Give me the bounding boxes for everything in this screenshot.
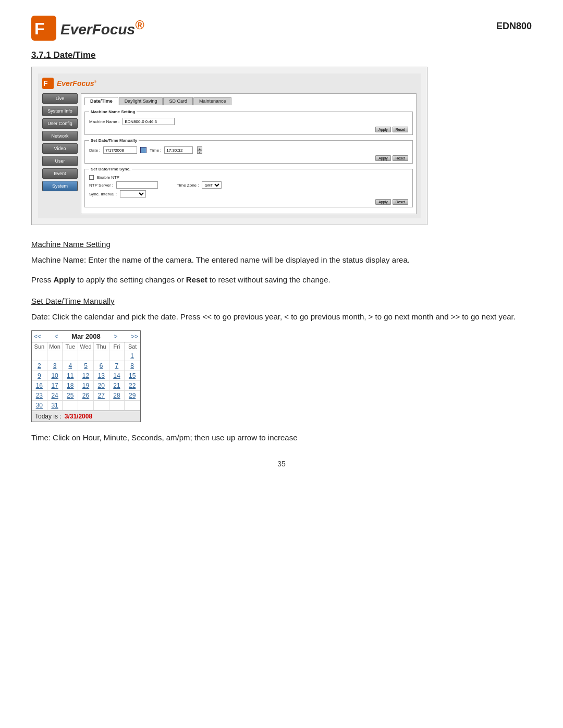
cal-prev-month-button[interactable]: <	[55, 333, 58, 340]
date-label: Date :	[89, 148, 100, 153]
ntp-reset-button[interactable]: Reset	[393, 199, 408, 205]
sidebar-item-live[interactable]: Live	[42, 93, 78, 104]
cal-day-6[interactable]: 6	[94, 361, 109, 371]
machine-name-input[interactable]	[123, 118, 175, 125]
cal-day-28[interactable]: 28	[109, 391, 125, 401]
time-zone-select[interactable]: GMT	[202, 181, 222, 189]
cal-day-empty	[63, 351, 78, 361]
page-header: F EverFocus® EDN800	[31, 16, 532, 41]
sidebar-item-user-config[interactable]: User Config	[42, 118, 78, 129]
machine-name-reset-button[interactable]: Reset	[393, 127, 408, 132]
machine-name-section-title: Machine Name Setting	[31, 240, 532, 249]
cal-day-21[interactable]: 21	[109, 381, 125, 391]
cal-prev-year-button[interactable]: <<	[34, 333, 41, 340]
cal-day-11[interactable]: 11	[63, 371, 78, 381]
cal-day-14[interactable]: 14	[109, 371, 125, 381]
cal-day-2[interactable]: 2	[32, 361, 47, 371]
ui-tabs: Date/Time Daylight Saving SD Card Mainte…	[84, 97, 413, 105]
cal-day-23[interactable]: 23	[32, 391, 47, 401]
cal-day-10[interactable]: 10	[47, 371, 63, 381]
ntp-apply-button[interactable]: Apply	[375, 199, 391, 205]
ui-logo-icon: F	[42, 78, 54, 89]
tab-maintenance[interactable]: Maintenance	[193, 97, 232, 105]
set-datetime-section-title: Set Date/Time Manually	[31, 297, 532, 305]
cal-next-month-button[interactable]: >	[114, 333, 117, 340]
ntp-btn-row: Apply Reset	[89, 199, 408, 205]
cal-day-12[interactable]: 12	[78, 371, 94, 381]
sync-interval-select[interactable]	[120, 190, 146, 198]
sync-interval-label: Sync. Interval :	[89, 192, 117, 196]
wday-wed: Wed	[78, 342, 94, 351]
ui-layout: Live System Info User Config Network Vid…	[42, 93, 417, 214]
cal-day-empty	[47, 351, 63, 361]
cal-day-empty	[109, 401, 125, 411]
cal-day-15[interactable]: 15	[125, 371, 140, 381]
cal-day-9[interactable]: 9	[32, 371, 47, 381]
cal-day-30[interactable]: 30	[32, 401, 47, 411]
sidebar-item-event[interactable]: Event	[42, 168, 78, 179]
ntp-enable-checkbox[interactable]	[89, 175, 94, 180]
cal-day-26[interactable]: 26	[78, 391, 94, 401]
cal-day-empty	[125, 401, 140, 411]
tab-sd-card[interactable]: SD Card	[163, 97, 193, 105]
cal-next-year-button[interactable]: >>	[131, 333, 138, 340]
sidebar-item-user[interactable]: User	[42, 156, 78, 166]
wday-thu: Thu	[94, 342, 109, 351]
cal-day-13[interactable]: 13	[94, 371, 109, 381]
apply-reset-post: to reset without saving the change.	[207, 275, 331, 284]
time-spinner[interactable]: ▲ ▼	[197, 146, 202, 154]
ntp-server-row: NTP Server : Time Zone : GMT	[89, 181, 408, 189]
wday-mon: Mon	[47, 342, 63, 351]
apply-word: Apply	[54, 275, 76, 284]
cal-day-16[interactable]: 16	[32, 381, 47, 391]
tab-datetime[interactable]: Date/Time	[84, 97, 118, 105]
calendar-footer: Today is : 3/31/2008	[32, 411, 140, 422]
cal-day-8[interactable]: 8	[125, 361, 140, 371]
cal-day-empty	[78, 351, 94, 361]
cal-day-18[interactable]: 18	[63, 381, 78, 391]
cal-day-22[interactable]: 22	[125, 381, 140, 391]
logo: F EverFocus®	[31, 16, 144, 41]
cal-day-29[interactable]: 29	[125, 391, 140, 401]
cal-day-17[interactable]: 17	[47, 381, 63, 391]
datetime-manual-btn-row: Apply Reset	[89, 155, 408, 161]
sidebar-item-system[interactable]: System	[42, 181, 78, 191]
ui-sidebar: Live System Info User Config Network Vid…	[42, 93, 78, 214]
ntp-fieldset: Set Date/Time Sync. Enable NTP NTP Serve…	[84, 167, 413, 207]
cal-day-25[interactable]: 25	[63, 391, 78, 401]
cal-day-31[interactable]: 31	[47, 401, 63, 411]
cal-day-20[interactable]: 20	[94, 381, 109, 391]
datetime-manual-apply-button[interactable]: Apply	[375, 155, 391, 161]
cal-day-5[interactable]: 5	[78, 361, 94, 371]
machine-name-apply-button[interactable]: Apply	[375, 127, 391, 132]
ui-inner: F EverFocus® Live System Info User Confi…	[38, 73, 421, 218]
cal-day-27[interactable]: 27	[94, 391, 109, 401]
sidebar-item-system-info[interactable]: System Info	[42, 106, 78, 116]
calendar-weekdays: Sun Mon Tue Wed Thu Fri Sat	[32, 342, 140, 351]
time-spin-up[interactable]: ▲	[197, 146, 202, 150]
ntp-server-label: NTP Server :	[89, 183, 113, 188]
page-number: 35	[31, 460, 532, 468]
cal-day-24[interactable]: 24	[47, 391, 63, 401]
date-input[interactable]	[103, 146, 137, 154]
logo-brand-text: EverFocus®	[60, 18, 144, 38]
cal-day-3[interactable]: 3	[47, 361, 63, 371]
sidebar-item-network[interactable]: Network	[42, 131, 78, 141]
calendar-icon[interactable]	[140, 147, 146, 153]
section-title: 3.7.1 Date/Time	[31, 50, 532, 60]
datetime-manual-fieldset: Set Date/Time Manually Date : Time : ▲ ▼	[84, 138, 413, 164]
cal-day-4[interactable]: 4	[63, 361, 78, 371]
cal-day-7[interactable]: 7	[109, 361, 125, 371]
datetime-manual-reset-button[interactable]: Reset	[393, 155, 408, 161]
machine-name-label: Machine Name :	[89, 119, 119, 124]
time-spin-down[interactable]: ▼	[197, 150, 202, 154]
ntp-server-input[interactable]	[116, 181, 158, 189]
sidebar-item-video[interactable]: Video	[42, 143, 78, 154]
cal-month-year: Mar 2008	[71, 332, 101, 340]
cal-day-1[interactable]: 1	[125, 351, 140, 361]
tab-daylight-saving[interactable]: Daylight Saving	[119, 97, 163, 105]
ui-main-panel: Date/Time Daylight Saving SD Card Mainte…	[81, 93, 417, 214]
time-input[interactable]	[164, 146, 193, 154]
cal-day-19[interactable]: 19	[78, 381, 94, 391]
machine-name-legend: Machine Name Setting	[89, 109, 137, 114]
